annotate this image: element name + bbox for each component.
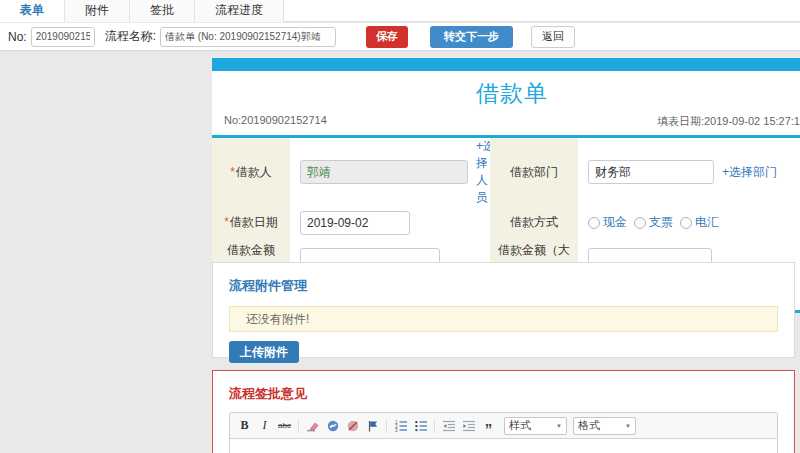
bold-icon[interactable]: B xyxy=(235,416,254,435)
italic-icon[interactable]: I xyxy=(255,416,274,435)
radio-circle-icon[interactable] xyxy=(634,217,646,229)
form-fill-date: 填表日期:2019-09-02 15:27:1 xyxy=(657,114,800,129)
form-doc-no: No:20190902152714 xyxy=(224,114,327,129)
radio-circle-icon[interactable] xyxy=(680,217,692,229)
unlink-icon[interactable] xyxy=(343,416,362,435)
outdent-icon[interactable] xyxy=(439,416,458,435)
toolbar-separator xyxy=(434,419,435,433)
no-attachments-alert: 还没有附件! xyxy=(229,306,778,332)
chevron-down-icon: ▼ xyxy=(556,423,562,429)
loan-method-radio-group: 现金 支票 电汇 xyxy=(588,214,719,231)
chevron-down-icon: ▼ xyxy=(625,423,631,429)
approval-heading: 流程签批意见 xyxy=(213,371,794,403)
radio-cash-label: 现金 xyxy=(603,214,627,231)
toolbar-separator xyxy=(298,419,299,433)
no-label: No: xyxy=(8,30,27,44)
tab-bar: 表单 附件 签批 流程进度 xyxy=(0,0,800,22)
remove-format-icon[interactable] xyxy=(303,416,322,435)
required-asterisk: * xyxy=(230,165,235,179)
attachments-heading: 流程附件管理 xyxy=(213,263,794,295)
radio-circle-icon[interactable] xyxy=(588,217,600,229)
tab-form[interactable]: 表单 xyxy=(0,0,65,22)
anchor-flag-icon[interactable] xyxy=(363,416,382,435)
editor-toolbar: B I abc 123 xyxy=(230,413,777,439)
department-label: 借款部门 xyxy=(490,138,578,206)
save-button[interactable]: 保存 xyxy=(366,26,408,48)
radio-cash[interactable]: 现金 xyxy=(588,214,627,231)
editor-content-area[interactable] xyxy=(230,439,777,453)
select-department-link[interactable]: +选择部门 xyxy=(722,164,777,181)
link-icon[interactable] xyxy=(323,416,342,435)
strikethrough-icon[interactable]: abc xyxy=(275,416,294,435)
back-button[interactable]: 返回 xyxy=(531,26,575,48)
upload-attachment-button[interactable]: 上传附件 xyxy=(229,341,299,363)
borrower-input[interactable] xyxy=(300,160,468,184)
svg-text:3: 3 xyxy=(395,427,398,432)
styles-dropdown[interactable]: 样式 ▼ xyxy=(504,417,567,435)
indent-icon[interactable] xyxy=(459,416,478,435)
styles-dropdown-label: 样式 xyxy=(509,418,531,433)
action-toolbar: No: 流程名称: 保存 转交下一步 返回 xyxy=(0,23,800,51)
toolbar-separator xyxy=(386,419,387,433)
form-meta-row: No:20190902152714 填表日期:2019-09-02 15:27:… xyxy=(212,112,800,135)
bulleted-list-icon[interactable] xyxy=(411,416,430,435)
forward-next-step-button[interactable]: 转交下一步 xyxy=(430,26,513,48)
department-input[interactable] xyxy=(588,160,714,184)
tab-progress[interactable]: 流程进度 xyxy=(195,0,284,22)
format-dropdown-label: 格式 xyxy=(578,418,600,433)
radio-wire-label: 电汇 xyxy=(695,214,719,231)
rich-text-editor: B I abc 123 xyxy=(229,412,778,453)
approval-comments-panel: 流程签批意见 B I abc 123 xyxy=(212,370,795,453)
radio-cheque-label: 支票 xyxy=(649,214,673,231)
borrower-label: *借款人 xyxy=(212,138,290,206)
form-header-bar xyxy=(212,58,800,71)
required-asterisk: * xyxy=(224,215,229,229)
form-title: 借款单 xyxy=(212,71,800,112)
loan-date-input[interactable] xyxy=(300,211,410,235)
loan-method-label: 借款方式 xyxy=(490,206,578,239)
loan-date-label: *借款日期 xyxy=(212,206,290,239)
process-name-label: 流程名称: xyxy=(105,28,156,45)
radio-wire[interactable]: 电汇 xyxy=(680,214,719,231)
process-name-input[interactable] xyxy=(160,27,336,47)
tab-approval[interactable]: 签批 xyxy=(130,0,195,22)
numbered-list-icon[interactable]: 123 xyxy=(391,416,410,435)
format-dropdown[interactable]: 格式 ▼ xyxy=(573,417,636,435)
attachments-panel: 流程附件管理 还没有附件! 上传附件 xyxy=(212,262,795,358)
radio-cheque[interactable]: 支票 xyxy=(634,214,673,231)
no-input[interactable] xyxy=(31,27,95,47)
tab-attachment[interactable]: 附件 xyxy=(65,0,130,22)
blockquote-icon[interactable]: ” xyxy=(479,416,498,435)
